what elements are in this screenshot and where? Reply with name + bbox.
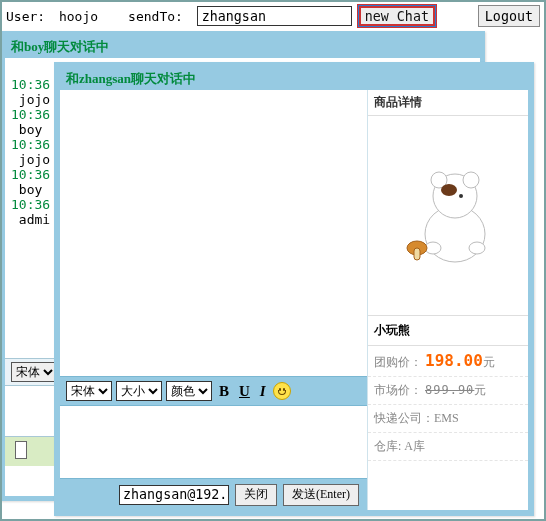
smiley-icon[interactable] — [273, 382, 291, 400]
group-price-label: 团购价： — [374, 355, 422, 369]
font-select[interactable]: 宋体 — [11, 362, 57, 382]
size-select[interactable]: 大小 — [116, 381, 162, 401]
user-label: User: — [6, 9, 53, 24]
product-name: 小玩熊 — [368, 316, 528, 346]
logout-button[interactable]: Logout — [478, 5, 540, 27]
footer-slot — [15, 441, 27, 459]
window-footer: 关闭 发送(Enter) — [60, 478, 367, 510]
sendto-input[interactable] — [197, 6, 352, 26]
svg-rect-9 — [414, 248, 420, 260]
chat-left-pane: 宋体 大小 颜色 B U I 关闭 发送(Enter) — [60, 90, 368, 510]
bold-button[interactable]: B — [216, 383, 232, 400]
courier-value: EMS — [434, 411, 459, 425]
courier-row: 快递公司：EMS — [368, 405, 528, 433]
market-price-row: 市场价： 899.90元 — [368, 377, 528, 405]
underline-button[interactable]: U — [236, 383, 253, 400]
stock-label: 仓库: — [374, 439, 404, 453]
italic-button[interactable]: I — [257, 383, 269, 400]
user-value: hoojo — [59, 9, 98, 24]
courier-label: 快递公司： — [374, 411, 434, 425]
product-pane: 商品详情 小玩熊 团购价： — [368, 90, 528, 510]
sendto-label: sendTo: — [128, 9, 191, 24]
product-header: 商品详情 — [368, 90, 528, 116]
color-select[interactable]: 颜色 — [166, 381, 212, 401]
chat-window-zhangsan: 和zhangsan聊天对话中 宋体 大小 颜色 B U I — [54, 62, 534, 516]
bear-icon — [393, 156, 503, 276]
svg-point-5 — [459, 194, 463, 198]
new-chat-button[interactable]: new Chat — [358, 5, 436, 27]
market-price-value: 899.90 — [425, 383, 474, 397]
send-button[interactable]: 发送(Enter) — [283, 484, 359, 506]
format-toolbar: 宋体 大小 颜色 B U I — [60, 376, 367, 406]
target-input[interactable] — [119, 485, 229, 505]
group-price-unit: 元 — [483, 355, 495, 369]
svg-point-3 — [463, 172, 479, 188]
chat-history — [60, 90, 367, 376]
close-button[interactable]: 关闭 — [235, 484, 277, 506]
stock-row: 仓库: A库 — [368, 433, 528, 461]
window-title: 和boy聊天对话中 — [5, 36, 480, 58]
window-title: 和zhangsan聊天对话中 — [60, 68, 528, 90]
stock-value: A库 — [404, 439, 425, 453]
group-price-value: 198.00 — [425, 351, 483, 370]
market-price-unit: 元 — [474, 383, 486, 397]
svg-point-4 — [441, 184, 457, 196]
product-image — [368, 116, 528, 316]
top-bar: User: hoojo sendTo: new Chat Logout — [2, 2, 544, 30]
group-price-row: 团购价： 198.00元 — [368, 346, 528, 377]
svg-point-7 — [469, 242, 485, 254]
market-price-label: 市场价： — [374, 383, 422, 397]
font-select[interactable]: 宋体 — [66, 381, 112, 401]
composer[interactable] — [60, 406, 367, 478]
